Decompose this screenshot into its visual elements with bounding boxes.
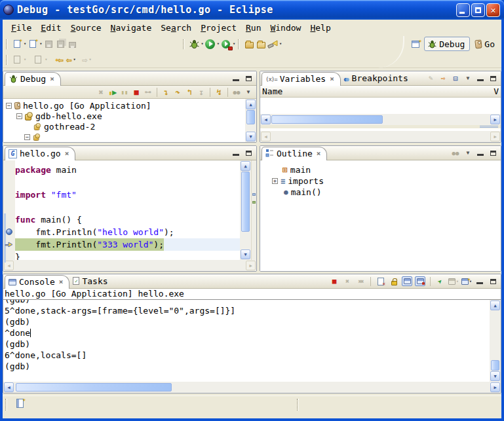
scroll-lock-button[interactable] — [389, 276, 399, 286]
new-project-button[interactable]: ✦▾ — [27, 37, 43, 50]
minimize-button[interactable] — [456, 3, 470, 17]
tab-breakpoints[interactable]: ●● Breakpoints — [341, 71, 414, 85]
tab-variables[interactable]: (x)= Variables × — [262, 72, 341, 86]
step-into-button[interactable]: ↴ — [161, 87, 171, 97]
show-on-stderr-toggle[interactable] — [415, 276, 425, 286]
overview-mark-breakpoint[interactable] — [252, 193, 256, 196]
scroll-up-button[interactable]: ▲ — [241, 161, 250, 171]
menu-source[interactable]: Source — [66, 21, 106, 35]
debug-button[interactable]: ▾ — [188, 37, 204, 50]
menu-help[interactable]: Help — [305, 21, 335, 35]
next-annotation-button[interactable]: ▾ — [11, 53, 27, 66]
resume-button[interactable]: ▮▶ — [107, 87, 118, 97]
close-tab-icon[interactable]: × — [317, 149, 321, 158]
remove-terminated-button[interactable]: ✖ — [96, 87, 106, 97]
pin-console-button[interactable]: ➤ — [435, 276, 446, 286]
fast-view-button[interactable]: ✦ — [16, 399, 24, 408]
tree-row-clipped[interactable]: − — [6, 132, 245, 142]
tab-outline[interactable]: Outline × — [262, 147, 327, 160]
external-tools-button[interactable]: ▾ — [220, 37, 236, 50]
outline-misc-button[interactable]: ●● — [450, 148, 461, 158]
outline-item-imports[interactable]: + ≡ imports — [263, 175, 501, 187]
debug-view-menu[interactable]: ▼ — [243, 87, 254, 97]
remove-launch-button[interactable]: ✖ — [342, 276, 353, 286]
last-edit-location-button[interactable]: ✱⇦ — [53, 53, 65, 66]
scroll-down-button[interactable]: ▼ — [246, 132, 256, 141]
drop-to-frame-button[interactable]: ↧ — [196, 87, 206, 97]
menu-window[interactable]: Window — [265, 21, 305, 35]
outline-item-main-func[interactable]: ● main() — [263, 187, 501, 198]
variables-table[interactable] — [260, 98, 501, 114]
maximize-view-button[interactable] — [243, 148, 254, 158]
scrollbar-thumb[interactable] — [16, 383, 172, 392]
minimize-view-button[interactable] — [231, 148, 241, 158]
menu-project[interactable]: Project — [196, 21, 241, 35]
minimize-view-button[interactable] — [475, 73, 486, 83]
overview-ruler[interactable] — [251, 160, 256, 260]
show-on-stdout-toggle[interactable] — [402, 276, 412, 286]
menu-search[interactable]: Search — [156, 21, 196, 35]
disconnect-button[interactable]: ⊶ — [143, 87, 153, 97]
perspective-go-button[interactable]: Go — [473, 38, 497, 50]
minimize-view-button[interactable] — [475, 276, 485, 286]
close-tab-icon[interactable]: × — [50, 75, 54, 83]
tab-tasks[interactable]: ✓ Tasks — [69, 274, 113, 288]
name-column-header[interactable]: Name — [262, 86, 282, 96]
close-tab-icon[interactable]: × — [330, 75, 334, 83]
title-bar[interactable]: Debug - testGo/src/cmd/hello.go - Eclips… — [0, 0, 504, 20]
scrollbar-thumb[interactable] — [271, 115, 383, 124]
maximize-view-button[interactable] — [488, 148, 498, 158]
scroll-up-button[interactable]: ▲ — [490, 301, 500, 310]
minimize-view-button[interactable] — [475, 148, 486, 158]
forward-button[interactable]: ⇨▾ — [81, 53, 92, 66]
maximize-view-button[interactable] — [243, 73, 254, 83]
suspend-button[interactable]: ▮▮ — [119, 87, 130, 97]
variables-view-menu[interactable]: ▼ — [463, 73, 473, 83]
console-output[interactable]: (gdb) 5^done,stack-args=[frame={level="0… — [3, 300, 490, 382]
expand-expander-icon[interactable]: + — [272, 178, 278, 184]
minimize-view-button[interactable] — [231, 73, 241, 83]
collapse-expander-icon[interactable]: − — [6, 103, 12, 109]
variables-column-header[interactable]: Name V — [260, 86, 501, 98]
scroll-right-button[interactable]: ▶ — [490, 132, 500, 141]
menu-edit[interactable]: Edit — [36, 21, 66, 35]
scroll-left-button[interactable]: ◀ — [261, 115, 271, 124]
code-editor[interactable]: package main import "fmt" func main() { … — [15, 160, 240, 260]
scrollbar-thumb[interactable] — [491, 360, 499, 371]
display-selected-console-button[interactable]: ▾ — [448, 276, 459, 286]
debug-misc-button[interactable]: ●● — [231, 87, 242, 97]
overview-mark-debug[interactable] — [252, 201, 256, 204]
console-terminate-button[interactable]: ■ — [329, 276, 339, 286]
save-button[interactable] — [43, 37, 54, 50]
step-over-button[interactable]: ↷ — [172, 87, 183, 97]
terminate-button[interactable]: ■ — [131, 87, 142, 97]
scroll-down-button[interactable]: ▼ — [490, 371, 500, 381]
tree-row-launch[interactable]: − hello.go [Go Application] — [6, 100, 245, 111]
close-tab-icon[interactable]: × — [59, 278, 64, 286]
menu-file[interactable]: File — [7, 21, 36, 35]
close-button[interactable]: ✕ — [486, 3, 500, 17]
run-button[interactable]: ▾ — [204, 37, 220, 50]
scroll-right-button[interactable]: ▶ — [490, 382, 500, 392]
scroll-left-button[interactable]: ◀ — [4, 382, 14, 392]
close-tab-icon[interactable]: × — [65, 149, 69, 158]
tree-row-process[interactable]: − gdb-hello.exe — [6, 111, 245, 121]
breakpoint-ruler[interactable] — [3, 160, 15, 260]
scroll-right-button[interactable]: ▶ — [490, 115, 500, 124]
scroll-right-button[interactable]: ▶ — [246, 261, 256, 270]
previous-annotation-button[interactable]: ▾ — [32, 53, 48, 66]
maximize-view-button[interactable] — [488, 276, 498, 286]
maximize-view-button[interactable] — [488, 73, 498, 83]
step-return-button[interactable]: ↰ — [184, 87, 195, 97]
open-resource-button[interactable] — [255, 37, 267, 50]
scrollbar-thumb[interactable] — [241, 172, 250, 232]
save-all-button[interactable] — [54, 37, 66, 50]
value-column-header[interactable]: V — [494, 86, 499, 96]
menu-run[interactable]: Run — [241, 21, 265, 35]
back-button[interactable]: ⇦▾ — [65, 53, 77, 66]
tab-debug[interactable]: Debug × — [5, 72, 61, 86]
collapse-expander-icon[interactable]: − — [24, 134, 30, 140]
maximize-button[interactable] — [471, 3, 485, 17]
tab-hello-go[interactable]: G hello.go × — [5, 147, 75, 160]
breakpoint-icon[interactable] — [6, 229, 12, 235]
